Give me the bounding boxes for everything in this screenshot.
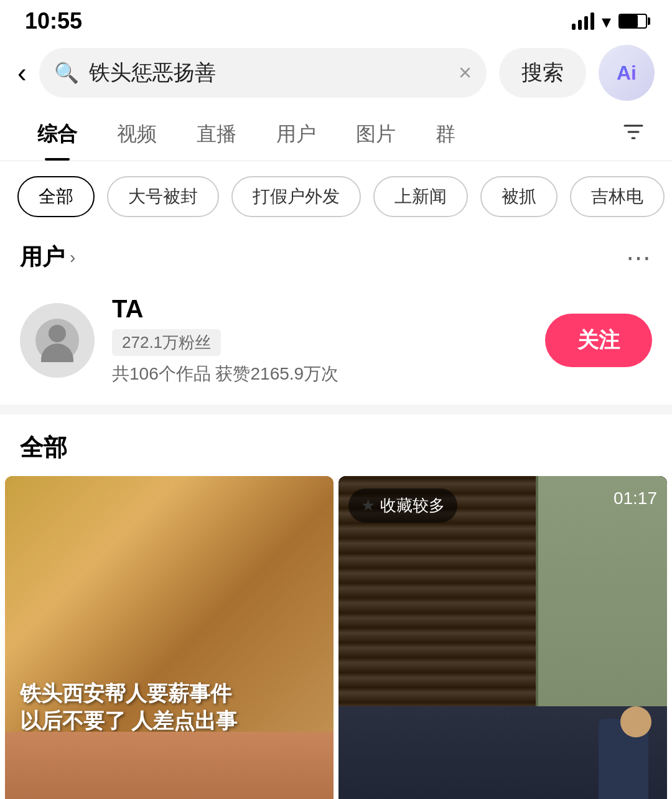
clear-button[interactable]: × xyxy=(459,60,472,86)
user-name: TA xyxy=(112,295,528,323)
user-avatar xyxy=(20,303,95,378)
tab-video[interactable]: 视频 xyxy=(97,108,177,161)
ai-label: Ai xyxy=(617,62,637,85)
status-bar: 10:55 ▾ xyxy=(0,0,672,37)
tab-image[interactable]: 图片 xyxy=(336,108,416,161)
user-card[interactable]: TA 272.1万粉丝 共106个作品 获赞2165.9万次 关注 xyxy=(0,283,672,404)
all-section-title: 全部 xyxy=(0,414,672,476)
video-title-line2: 以后不要了 人差点出事 xyxy=(20,707,319,734)
user-section-title-wrap[interactable]: 用户 › xyxy=(20,242,75,273)
search-icon: 🔍 xyxy=(54,61,79,85)
user-section-header: 用户 › ⋯ xyxy=(0,232,672,283)
favorite-badge: ★ 收藏较多 xyxy=(348,488,457,523)
user-stats: 共106个作品 获赞2165.9万次 xyxy=(112,362,528,386)
filter-icon[interactable] xyxy=(612,114,655,155)
filter-tag-jilin[interactable]: 吉林电 xyxy=(570,176,665,217)
section-divider xyxy=(0,404,672,414)
more-dots-button[interactable]: ⋯ xyxy=(626,243,652,272)
search-bar-row: ‹ 🔍 铁头惩恶扬善 × 搜索 Ai xyxy=(0,37,672,108)
user-fans-badge: 272.1万粉丝 xyxy=(112,329,221,356)
filter-tag-arrested[interactable]: 被抓 xyxy=(480,176,558,217)
back-button[interactable]: ‹ xyxy=(17,59,27,86)
battery-icon xyxy=(618,14,647,29)
tab-group[interactable]: 群 xyxy=(416,108,475,161)
video-thumbnail-right: ★ 收藏较多 01:17 xyxy=(338,476,667,799)
wifi-icon: ▾ xyxy=(602,11,611,32)
star-icon: ★ xyxy=(361,496,375,515)
ai-button[interactable]: Ai xyxy=(599,45,655,101)
search-input-wrap[interactable]: 🔍 铁头惩恶扬善 × xyxy=(39,48,487,98)
filter-tags-row: 全部 大号被封 打假户外发 上新闻 被抓 吉林电 xyxy=(0,161,672,232)
status-time: 10:55 xyxy=(25,8,82,34)
follow-button[interactable]: 关注 xyxy=(545,314,652,367)
face-area xyxy=(5,732,334,799)
search-button[interactable]: 搜索 xyxy=(499,48,586,98)
user-section-title: 用户 xyxy=(20,242,65,273)
tab-comprehensive[interactable]: 综合 xyxy=(17,108,97,161)
filter-tag-news[interactable]: 上新闻 xyxy=(373,176,468,217)
filter-tag-banned[interactable]: 大号被封 xyxy=(107,176,219,217)
video-card-left[interactable]: 铁头西安帮人要薪事件 以后不要了 人差点出事 也不能教 不然会被封 账号已封禁，… xyxy=(5,476,334,799)
video-grid: 铁头西安帮人要薪事件 以后不要了 人差点出事 也不能教 不然会被封 账号已封禁，… xyxy=(0,476,672,799)
signal-icon xyxy=(572,12,594,30)
avatar-placeholder xyxy=(35,319,79,362)
video-thumbnail-left: 铁头西安帮人要薪事件 以后不要了 人差点出事 也不能教 不然会被封 账号已封禁，… xyxy=(5,476,334,799)
user-info: TA 272.1万粉丝 共106个作品 获赞2165.9万次 xyxy=(112,295,528,386)
status-icons: ▾ xyxy=(572,11,647,32)
tabs-row: 综合 视频 直播 用户 图片 群 xyxy=(0,108,672,161)
filter-tag-outdoor[interactable]: 打假户外发 xyxy=(231,176,361,217)
search-query-text: 铁头惩恶扬善 xyxy=(89,58,449,87)
video-card-right[interactable]: ★ 收藏较多 01:17 xyxy=(338,476,667,799)
video-title-line1: 铁头西安帮人要薪事件 xyxy=(20,680,319,707)
duration-badge: 01:17 xyxy=(614,488,657,508)
filter-tag-all[interactable]: 全部 xyxy=(17,176,95,217)
right-video-people xyxy=(338,706,667,799)
favorite-text: 收藏较多 xyxy=(380,495,445,516)
tab-live[interactable]: 直播 xyxy=(177,108,256,161)
tab-user[interactable]: 用户 xyxy=(256,108,336,161)
chevron-right-icon: › xyxy=(70,248,75,268)
